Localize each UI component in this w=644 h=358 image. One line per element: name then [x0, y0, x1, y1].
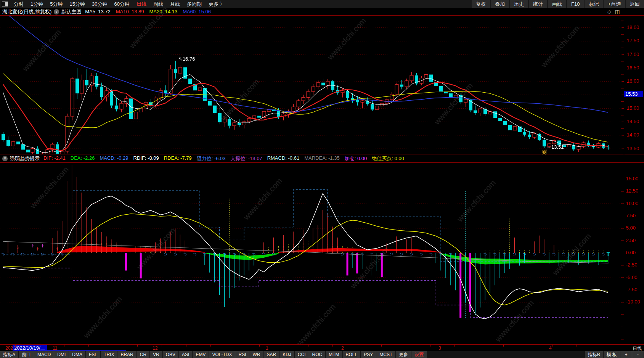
date-tick — [454, 345, 455, 347]
date-tick — [552, 345, 552, 347]
toolbar-button-窗口[interactable]: 窗口 — [19, 351, 34, 358]
toolbar-button-RSI[interactable]: RSI — [235, 351, 249, 358]
menu-item-多周期[interactable]: 多周期 — [183, 1, 205, 7]
menu-item-周线[interactable]: 周线 — [150, 1, 167, 7]
menu-item-30分钟[interactable]: 30分钟 — [88, 1, 111, 7]
app-window-icon[interactable] — [2, 2, 8, 6]
month-label-2: 2 — [341, 345, 344, 351]
layout-label[interactable]: 默认主图 — [61, 8, 81, 15]
date-tick — [357, 345, 357, 347]
chevron-down-icon[interactable]: ∨ — [2, 156, 8, 161]
toolbar-button-ROC[interactable]: ROC — [309, 351, 326, 358]
menu-item-月线[interactable]: 月线 — [167, 1, 183, 7]
toolbar-button-VR[interactable]: VR — [150, 351, 162, 358]
ma-label: MA10: 13.89 — [116, 9, 144, 14]
date-tick — [137, 345, 138, 347]
toolbar-button-WR[interactable]: WR — [249, 351, 263, 358]
toolbar-button-BRAR[interactable]: BRAR — [117, 351, 136, 358]
toolbar-button-更多[interactable]: 更多 — [396, 351, 411, 358]
signal-marker: 财 — [542, 149, 547, 156]
price-axis-line — [624, 16, 624, 351]
high-price-annotation: ↖16.76 — [178, 56, 195, 62]
toolbar-button-模 板[interactable]: 模 板 — [604, 351, 620, 358]
menu-item-分时[interactable]: 分时 — [10, 1, 27, 7]
menu-item-5分钟[interactable]: 5分钟 — [47, 1, 66, 7]
menu-item-复权[interactable]: 复权 — [472, 0, 490, 8]
date-tick — [308, 345, 308, 347]
metric-绝佳买点: 绝佳买点: 0.00 — [372, 155, 404, 162]
chevron-down-icon[interactable]: ∨ — [54, 9, 59, 14]
menu-item-15分钟[interactable]: 15分钟 — [66, 1, 88, 7]
date-tick — [235, 345, 235, 347]
indicator-chart[interactable] — [0, 163, 644, 344]
toolbar-button-CR[interactable]: CR — [137, 351, 149, 358]
ma-label: MA5: 13.72 — [85, 9, 111, 14]
zoom-in-button[interactable]: + — [620, 351, 632, 358]
ma-values: MA5: 13.72MA10: 13.89MA20: 14.13MA60: 15… — [85, 9, 216, 14]
toolbar-button-VOL-TDX[interactable]: VOL-TDX — [209, 351, 235, 358]
toolbar-button-TRIX[interactable]: TRIX — [101, 351, 117, 358]
month-label-3: 3 — [438, 345, 441, 351]
menu-item-叠加[interactable]: 叠加 — [491, 0, 509, 8]
toolbar-button-设置[interactable]: 设置 — [411, 351, 427, 358]
metric-RMACD: RMACD: -0.61 — [267, 155, 300, 162]
toolbar-button-DMA[interactable]: DMA — [69, 351, 85, 358]
menu-item-日线[interactable]: 日线 — [133, 1, 150, 7]
date-tick — [40, 345, 40, 347]
toolbar-button-指标A[interactable]: 指标A — [0, 351, 18, 358]
diamond-icon[interactable]: ◇ — [607, 9, 611, 14]
zoom-out-button[interactable]: - — [632, 351, 644, 358]
tools-menu: 复权叠加历史统计画线F10标记+自选返回 — [471, 0, 644, 8]
toolbar-button-MTM[interactable]: MTM — [326, 351, 342, 358]
month-label-12: 12 — [153, 345, 157, 351]
toolbar-right: 指标B模 板+- — [585, 351, 644, 358]
current-price-box: 15.53 — [624, 91, 643, 97]
menu-item-统计[interactable]: 统计 — [529, 0, 547, 8]
date-tick — [601, 345, 601, 347]
toolbar-button-指标B[interactable]: 指标B — [585, 351, 603, 358]
menu-item-F10[interactable]: F10 — [567, 0, 584, 8]
metric-MACD: MACD: -0.29 — [100, 155, 128, 162]
date-tick — [186, 345, 186, 347]
toolbar-button-OBV[interactable]: OBV — [163, 351, 178, 358]
indicator-title[interactable]: 强弱趋势提示 — [10, 155, 40, 162]
toolbar-button-MACD[interactable]: MACD — [34, 351, 54, 358]
date-tick — [479, 345, 479, 347]
main-candlestick-chart[interactable] — [0, 16, 644, 154]
date-tick — [88, 345, 89, 347]
date-tick — [381, 345, 382, 347]
metric-DEA: DEA: -2.26 — [71, 155, 95, 162]
toolbar-button-ASI[interactable]: ASI — [179, 351, 192, 358]
menu-item-标记[interactable]: 标记 — [585, 0, 603, 8]
date-tick — [577, 345, 577, 347]
toolbar-button-CCI[interactable]: CCI — [295, 351, 309, 358]
toolbar-button-MCST[interactable]: MCST — [376, 351, 395, 358]
date-tick — [332, 345, 333, 347]
menu-item-返回[interactable]: 返回 — [626, 0, 644, 8]
date-tick — [113, 345, 113, 347]
stock-title: 湖北宜化(日线,前复权) — [2, 8, 51, 15]
menu-item-+自选[interactable]: +自选 — [604, 0, 625, 8]
metric-RDIF: RDIF: -8.09 — [133, 155, 159, 162]
bottom-toolbar: 指标A窗口MACDDMIDMAFSLTRIXBRARCRVROBVASIEMVV… — [0, 351, 644, 358]
month-label-11: 11 — [53, 345, 57, 351]
indicator-header: ∨ 强弱趋势提示 DIF: -2.41DEA: -2.26MACD: -0.29… — [0, 154, 644, 163]
toolbar-button-DMI[interactable]: DMI — [54, 351, 69, 358]
menu-item-历史[interactable]: 历史 — [510, 0, 528, 8]
split-window-icon[interactable]: ◫ — [615, 9, 620, 14]
ma-label: MA60: 15.06 — [183, 9, 211, 14]
menu-item-1分钟[interactable]: 1分钟 — [27, 1, 47, 7]
toolbar-button-PSY[interactable]: PSY — [361, 351, 376, 358]
menu-item-更多 〉[interactable]: 更多 〉 — [205, 1, 228, 7]
ma-label: MA20: 14.13 — [149, 9, 178, 14]
toolbar-button-BOLL[interactable]: BOLL — [343, 351, 361, 358]
menu-item-60分钟[interactable]: 60分钟 — [111, 1, 133, 7]
toolbar-button-KDJ[interactable]: KDJ — [279, 351, 294, 358]
metric-RDEA: RDEA: -7.79 — [164, 155, 192, 162]
toolbar-button-SAR[interactable]: SAR — [263, 351, 279, 358]
menu-item-画线[interactable]: 画线 — [548, 0, 566, 8]
toolbar-button-EMV[interactable]: EMV — [193, 351, 209, 358]
metric-加仓: 加仓: 0.00 — [345, 155, 367, 162]
metric-支撑位: 支撑位: -13.07 — [231, 155, 262, 162]
toolbar-button-FSL[interactable]: FSL — [86, 351, 100, 358]
